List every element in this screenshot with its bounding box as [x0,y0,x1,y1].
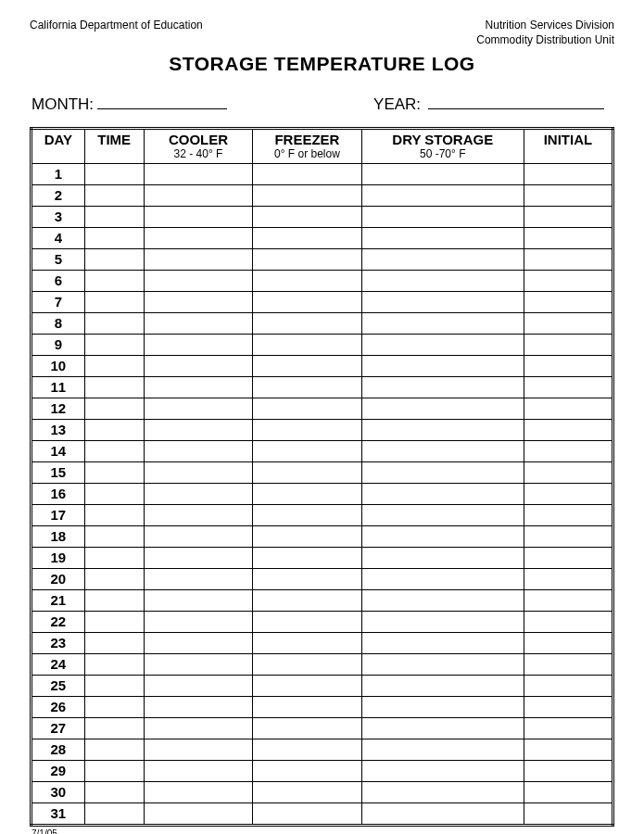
dry-cell[interactable] [361,461,524,483]
dry-cell[interactable] [361,632,524,653]
freezer-cell[interactable] [253,440,361,461]
dry-cell[interactable] [361,717,524,739]
time-cell[interactable] [84,547,144,568]
initial-cell[interactable] [524,163,612,184]
dry-cell[interactable] [361,483,524,504]
time-cell[interactable] [84,781,144,802]
initial-cell[interactable] [524,270,612,291]
dry-cell[interactable] [361,696,524,717]
dry-cell[interactable] [361,419,524,440]
cooler-cell[interactable] [144,760,252,781]
cooler-cell[interactable] [144,632,252,653]
year-input-line[interactable] [428,92,604,109]
dry-cell[interactable] [361,440,524,461]
initial-cell[interactable] [524,355,612,376]
cooler-cell[interactable] [144,206,252,227]
dry-cell[interactable] [361,206,524,227]
freezer-cell[interactable] [253,802,361,825]
initial-cell[interactable] [524,675,612,696]
time-cell[interactable] [84,504,144,525]
dry-cell[interactable] [361,227,524,248]
cooler-cell[interactable] [144,163,252,184]
cooler-cell[interactable] [144,248,252,270]
dry-cell[interactable] [361,653,524,675]
time-cell[interactable] [84,206,144,227]
dry-cell[interactable] [361,334,524,355]
freezer-cell[interactable] [253,568,361,589]
time-cell[interactable] [84,611,144,632]
initial-cell[interactable] [524,312,612,334]
month-input-line[interactable] [97,92,227,109]
freezer-cell[interactable] [253,163,361,184]
cooler-cell[interactable] [144,653,252,675]
initial-cell[interactable] [524,696,612,717]
freezer-cell[interactable] [253,483,361,504]
cooler-cell[interactable] [144,184,252,206]
initial-cell[interactable] [524,760,612,781]
time-cell[interactable] [84,675,144,696]
time-cell[interactable] [84,440,144,461]
dry-cell[interactable] [361,611,524,632]
cooler-cell[interactable] [144,355,252,376]
freezer-cell[interactable] [253,376,361,398]
cooler-cell[interactable] [144,291,252,312]
initial-cell[interactable] [524,227,612,248]
freezer-cell[interactable] [253,781,361,802]
initial-cell[interactable] [524,419,612,440]
initial-cell[interactable] [524,440,612,461]
initial-cell[interactable] [524,632,612,653]
cooler-cell[interactable] [144,802,252,825]
time-cell[interactable] [84,312,144,334]
freezer-cell[interactable] [253,270,361,291]
time-cell[interactable] [84,419,144,440]
freezer-cell[interactable] [253,206,361,227]
time-cell[interactable] [84,227,144,248]
time-cell[interactable] [84,334,144,355]
time-cell[interactable] [84,525,144,547]
initial-cell[interactable] [524,483,612,504]
cooler-cell[interactable] [144,525,252,547]
time-cell[interactable] [84,696,144,717]
initial-cell[interactable] [524,376,612,398]
freezer-cell[interactable] [253,611,361,632]
dry-cell[interactable] [361,291,524,312]
time-cell[interactable] [84,739,144,760]
dry-cell[interactable] [361,589,524,611]
cooler-cell[interactable] [144,398,252,419]
time-cell[interactable] [84,717,144,739]
freezer-cell[interactable] [253,653,361,675]
cooler-cell[interactable] [144,312,252,334]
cooler-cell[interactable] [144,589,252,611]
time-cell[interactable] [84,355,144,376]
cooler-cell[interactable] [144,419,252,440]
dry-cell[interactable] [361,525,524,547]
initial-cell[interactable] [524,334,612,355]
dry-cell[interactable] [361,568,524,589]
freezer-cell[interactable] [253,547,361,568]
dry-cell[interactable] [361,376,524,398]
time-cell[interactable] [84,291,144,312]
dry-cell[interactable] [361,547,524,568]
cooler-cell[interactable] [144,440,252,461]
time-cell[interactable] [84,589,144,611]
cooler-cell[interactable] [144,568,252,589]
time-cell[interactable] [84,248,144,270]
dry-cell[interactable] [361,312,524,334]
freezer-cell[interactable] [253,312,361,334]
dry-cell[interactable] [361,760,524,781]
cooler-cell[interactable] [144,376,252,398]
freezer-cell[interactable] [253,398,361,419]
initial-cell[interactable] [524,398,612,419]
time-cell[interactable] [84,270,144,291]
initial-cell[interactable] [524,206,612,227]
freezer-cell[interactable] [253,675,361,696]
dry-cell[interactable] [361,184,524,206]
time-cell[interactable] [84,802,144,825]
dry-cell[interactable] [361,398,524,419]
initial-cell[interactable] [524,611,612,632]
initial-cell[interactable] [524,717,612,739]
cooler-cell[interactable] [144,739,252,760]
dry-cell[interactable] [361,504,524,525]
cooler-cell[interactable] [144,334,252,355]
freezer-cell[interactable] [253,248,361,270]
